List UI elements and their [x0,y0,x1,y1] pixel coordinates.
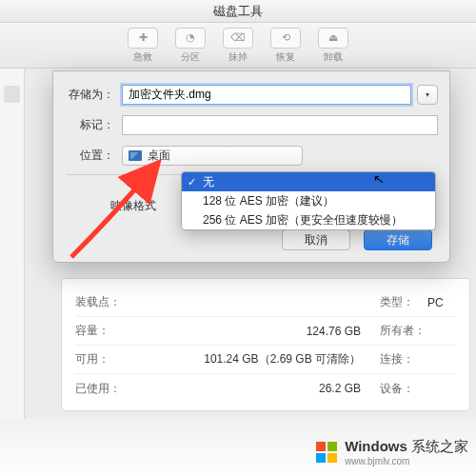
info-type-value: PC [427,296,456,309]
toolbar-first-aid[interactable]: ✚急救 [119,28,167,64]
toolbar-partition[interactable]: ◔分区 [167,28,214,64]
location-label: 位置： [65,148,122,164]
dropdown-option-aes256[interactable]: 256 位 AES 加密（更安全但速度较慢） [182,210,435,229]
windows-logo-icon [316,442,337,463]
info-row: 可用： 101.24 GB（2.69 GB 可清除） 连接： [75,346,456,374]
save-button[interactable]: 存储 [364,229,432,250]
toolbar-erase[interactable]: ⌫抹掉 [214,28,262,64]
tags-row: 标记： [65,111,438,138]
restore-icon: ⟲ [270,28,301,49]
watermark-sub: 系统之家 [411,438,468,454]
sidebar [0,69,25,419]
sidebar-disk-item[interactable] [4,86,20,103]
info-mount-label: 装载点： [75,294,129,310]
info-owner-label: 所有者： [380,323,427,339]
format-label: 映像格式 [110,198,156,214]
watermark-brand: Windows [345,438,407,454]
save-as-row: 存储为： ▾ [65,81,438,108]
toolbar-unmount[interactable]: ⏏卸载 [309,28,357,64]
location-value: 桌面 [148,148,170,164]
info-available-label: 可用： [75,351,129,367]
info-device-label: 设备： [380,381,427,397]
tags-input[interactable] [122,115,438,135]
location-select[interactable]: 桌面 [122,146,303,166]
save-as-input[interactable] [122,85,411,105]
info-used-value: 26.2 GB [129,382,380,395]
dropdown-option-none[interactable]: ✓ 无 [182,172,435,191]
cursor-icon: ↖ [372,170,387,188]
button-row: 取消 存储 [282,229,432,250]
volume-info-panel: 装载点： 类型： PC 容量： 124.76 GB 所有者： 可用： 101.2… [61,278,470,411]
partition-icon: ◔ [175,28,206,49]
info-connection-label: 连接： [380,351,427,367]
info-row: 已使用： 26.2 GB 设备： [75,374,456,403]
window-title: 磁盘工具 [213,3,263,20]
window-titlebar: 磁盘工具 [0,0,476,23]
encryption-dropdown[interactable]: ✓ 无 128 位 AES 加密（建议） 256 位 AES 加密（更安全但速度… [181,171,436,230]
first-aid-icon: ✚ [128,28,158,49]
info-type-label: 类型： [380,294,427,310]
save-sheet: 存储为： ▾ 标记： 位置： 桌面 加密 映像格式 ✓ 无 128 位 AES … [52,70,450,263]
encryption-label: 加密 [128,174,150,190]
info-capacity-value: 124.76 GB [129,325,380,338]
unmount-icon: ⏏ [318,28,348,49]
expand-button[interactable]: ▾ [417,85,438,105]
save-as-label: 存储为： [65,87,122,103]
toolbar-restore[interactable]: ⟲恢复 [262,28,309,64]
cancel-button[interactable]: 取消 [282,229,350,250]
info-row: 容量： 124.76 GB 所有者： [75,317,456,346]
checkmark-icon: ✓ [188,176,196,188]
watermark: Windows 系统之家 www.bjmlv.com [316,438,468,466]
info-capacity-label: 容量： [75,323,129,339]
toolbar: ✚急救 ◔分区 ⌫抹掉 ⟲恢复 ⏏卸载 [0,23,476,69]
info-available-value: 101.24 GB（2.69 GB 可清除） [129,351,380,367]
erase-icon: ⌫ [223,28,253,49]
watermark-url: www.bjmlv.com [345,456,468,466]
desktop-icon [129,150,142,161]
dropdown-option-aes128[interactable]: 128 位 AES 加密（建议） [182,191,435,210]
location-row: 位置： 桌面 [65,142,438,169]
tags-label: 标记： [65,117,122,133]
info-used-label: 已使用： [75,381,129,397]
info-row: 装载点： 类型： PC [75,288,456,317]
chevron-down-icon: ▾ [426,90,429,99]
